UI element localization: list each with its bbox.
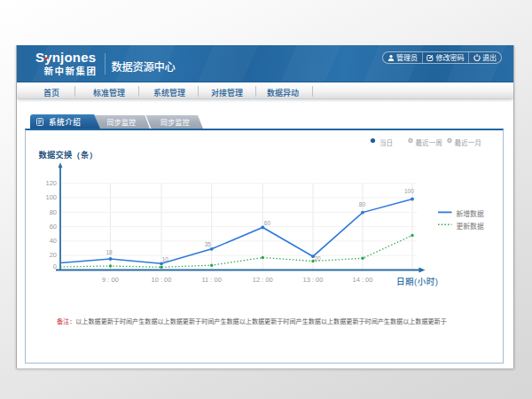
svg-text:10 : 00: 10 : 00: [152, 276, 172, 284]
svg-text:60: 60: [264, 220, 271, 226]
svg-text:20: 20: [50, 251, 57, 259]
svg-text:9 : 00: 9 : 00: [102, 276, 119, 284]
svg-text:35: 35: [205, 241, 212, 247]
svg-text:0: 0: [53, 262, 57, 270]
svg-text:10: 10: [162, 256, 169, 262]
svg-text:20: 20: [315, 255, 322, 262]
svg-text:80: 80: [359, 201, 366, 207]
svg-text:18: 18: [106, 249, 113, 255]
svg-text:80: 80: [50, 208, 57, 216]
svg-text:14 : 00: 14 : 00: [353, 276, 373, 284]
svg-text:100: 100: [45, 193, 57, 201]
svg-text:11 : 00: 11 : 00: [202, 276, 222, 284]
svg-text:60: 60: [50, 223, 57, 231]
svg-text:120: 120: [45, 179, 57, 187]
svg-text:13 : 00: 13 : 00: [303, 276, 324, 284]
svg-text:100: 100: [404, 188, 414, 194]
svg-text:40: 40: [50, 237, 57, 245]
svg-text:12 : 00: 12 : 00: [253, 276, 273, 284]
